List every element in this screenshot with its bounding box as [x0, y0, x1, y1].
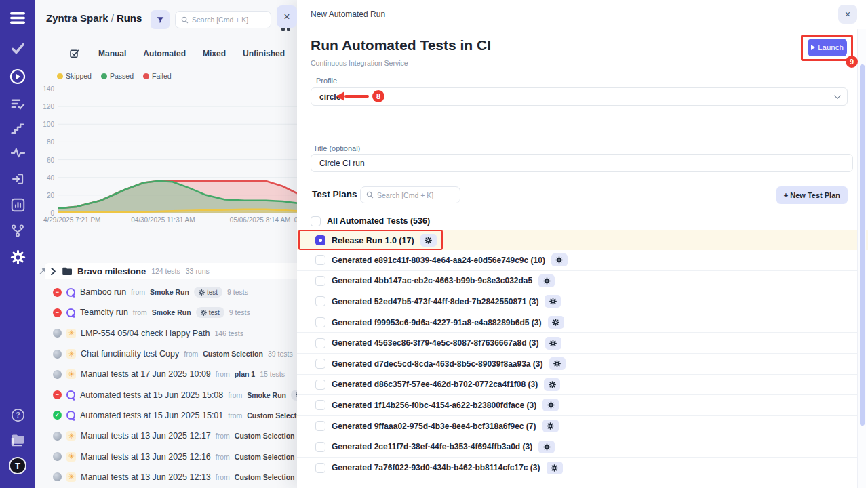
- plan-settings-button[interactable]: [551, 253, 568, 266]
- runs-search-input[interactable]: [192, 16, 265, 24]
- gear-icon[interactable]: [0, 249, 35, 265]
- scrollbar-thumb[interactable]: [860, 64, 865, 426]
- run-title[interactable]: LMP-554 05/04 check Happy Path: [81, 329, 210, 338]
- run-row[interactable]: ✳Manual tests at 13 Jun 2025 12:16fromCu…: [35, 446, 297, 466]
- checkbox[interactable]: [315, 442, 326, 452]
- sign-in-icon[interactable]: [0, 172, 35, 186]
- plan-settings-button[interactable]: [549, 357, 566, 370]
- checkbox[interactable]: [315, 338, 326, 348]
- test-plan-row[interactable]: Generated 9ffaaa02-975d-4b3e-8ee4-bcf318…: [297, 416, 859, 437]
- checkbox[interactable]: [315, 421, 326, 431]
- select-all-icon[interactable]: [69, 48, 80, 59]
- run-title[interactable]: Automated tests at 15 Jun 2025 15:08: [80, 390, 223, 400]
- run-source[interactable]: Smoke Run: [152, 308, 191, 317]
- plan-settings-button[interactable]: [542, 399, 559, 411]
- menu-icon[interactable]: [0, 12, 35, 24]
- test-plan-row[interactable]: Generated 4563ec86-3f79-4e5c-8087-8f7636…: [297, 333, 859, 354]
- plan-settings-button[interactable]: [548, 316, 564, 329]
- test-plan-row[interactable]: Generated d86c357f-57ee-462d-b702-0772ca…: [297, 375, 859, 396]
- run-title[interactable]: Teamcity run: [80, 308, 128, 317]
- checkbox[interactable]: [315, 276, 326, 286]
- run-row[interactable]: ✳Manual tests at 13 Jun 2025 12:13fromCu…: [35, 467, 297, 487]
- checkbox[interactable]: [315, 296, 326, 306]
- branch-icon[interactable]: [0, 224, 35, 238]
- plan-settings-button[interactable]: [420, 234, 437, 247]
- tab-automated[interactable]: Automated: [143, 49, 186, 58]
- run-title[interactable]: Manual tests at 13 Jun 2025 12:17: [81, 431, 211, 441]
- checkbox-checked[interactable]: [315, 235, 326, 245]
- checkbox[interactable]: [315, 359, 326, 369]
- run-row[interactable]: ✳Chat functinality test CopyfromCustom S…: [35, 344, 297, 364]
- tab-unfinished[interactable]: Unfinished: [243, 49, 285, 58]
- checkbox[interactable]: [315, 380, 326, 390]
- run-title[interactable]: Manual tests at 13 Jun 2025 12:16: [81, 452, 211, 462]
- test-plans-search-input[interactable]: [377, 191, 454, 199]
- checkbox[interactable]: [315, 317, 326, 327]
- check-icon[interactable]: [0, 43, 35, 54]
- test-plan-row[interactable]: Generated d7dec5cd-8cda-463d-8b5c-89039f…: [297, 354, 859, 375]
- checkbox[interactable]: [315, 463, 326, 473]
- run-title[interactable]: Manual tests at 17 Jun 2025 10:09: [81, 369, 211, 379]
- tab-manual[interactable]: Manual: [98, 49, 126, 58]
- plan-settings-button[interactable]: [544, 378, 560, 391]
- test-plan-row[interactable]: Generated 4bb147ac-eb2c-4663-b99b-9c8e3c…: [297, 271, 859, 292]
- plan-settings-button[interactable]: [538, 441, 555, 453]
- run-row[interactable]: −Teamcity runfromSmoke Runtest9 tests: [35, 302, 297, 323]
- plan-settings-button[interactable]: [545, 295, 561, 308]
- scrollbar-track[interactable]: [857, 29, 866, 488]
- new-test-plan-button[interactable]: + New Test Plan: [776, 186, 848, 204]
- drawer-close-button[interactable]: ×: [277, 5, 297, 28]
- run-title[interactable]: Automated tests at 15 Jun 2025 15:01: [80, 411, 223, 420]
- test-plan-row[interactable]: Generated 7a76f022-93d0-434b-b462-bb8114…: [297, 458, 859, 479]
- plan-settings-button[interactable]: [542, 420, 559, 432]
- test-plan-row[interactable]: Generated 1f14b256-f0bc-4154-a622-b23800…: [297, 395, 859, 416]
- filter-button[interactable]: [151, 10, 170, 29]
- run-source[interactable]: Smoke Run: [150, 288, 189, 296]
- run-source[interactable]: Custom Selection: [235, 473, 295, 481]
- tab-mixed[interactable]: Mixed: [203, 49, 226, 58]
- chevron-right-icon[interactable]: [50, 268, 56, 275]
- profile-select[interactable]: circle: [311, 87, 848, 106]
- folders-icon[interactable]: [0, 434, 35, 447]
- test-plan-row[interactable]: Generated 52ed47b5-473f-44ff-8ded-7b2842…: [297, 291, 859, 312]
- run-source[interactable]: Smoke Run: [247, 391, 286, 399]
- steps-icon[interactable]: [0, 123, 35, 134]
- plan-settings-button[interactable]: [538, 274, 555, 287]
- launch-button[interactable]: Launch: [808, 39, 847, 56]
- run-row[interactable]: ✳Manual tests at 13 Jun 2025 12:17fromCu…: [35, 426, 297, 446]
- test-plans-search[interactable]: [360, 186, 460, 203]
- run-source[interactable]: plan 1: [235, 370, 255, 378]
- run-row[interactable]: ✳LMP-554 05/04 check Happy Path146 tests: [35, 323, 297, 344]
- milestone-row[interactable]: Bravo milestone 124 tests 33 runs: [45, 263, 297, 279]
- runs-search[interactable]: [175, 11, 271, 28]
- plan-settings-button[interactable]: [547, 462, 563, 474]
- run-title[interactable]: Bamboo run: [80, 287, 126, 297]
- checkbox[interactable]: [315, 400, 326, 410]
- run-source[interactable]: Custom Selection: [203, 350, 263, 358]
- run-title[interactable]: Manual tests at 13 Jun 2025 12:13: [81, 472, 211, 482]
- title-field[interactable]: Circle CI run: [311, 154, 853, 172]
- all-automated-tests-row[interactable]: All Automated Tests (536): [311, 211, 430, 230]
- close-icon[interactable]: ×: [838, 5, 857, 24]
- breadcrumb-project[interactable]: Zyntra Spark: [46, 12, 108, 24]
- checkbox[interactable]: [311, 216, 321, 226]
- list-check-icon[interactable]: [0, 98, 35, 110]
- run-source[interactable]: Custom Selection: [235, 432, 295, 440]
- run-row[interactable]: ✳Manual tests at 17 Jun 2025 10:09frompl…: [35, 364, 297, 384]
- selected-test-plan-row[interactable]: Release Run 1.0 (17): [297, 230, 868, 250]
- run-row[interactable]: ✓Automated tests at 15 Jun 2025 15:01fro…: [35, 405, 297, 426]
- avatar[interactable]: T: [0, 457, 35, 474]
- run-source[interactable]: Custom Selection: [235, 453, 295, 461]
- checkbox[interactable]: [315, 255, 326, 265]
- pulse-icon[interactable]: [0, 147, 35, 158]
- run-row[interactable]: −Automated tests at 15 Jun 2025 15:08fro…: [35, 384, 297, 405]
- plan-settings-button[interactable]: [545, 337, 561, 350]
- run-source[interactable]: Custom Selection: [247, 411, 297, 420]
- run-title[interactable]: Chat functinality test Copy: [81, 349, 179, 359]
- play-circle-icon[interactable]: [0, 68, 35, 85]
- test-plan-row[interactable]: Generated f99953c6-9d6a-4227-91a8-e4a882…: [297, 312, 859, 333]
- bar-chart-icon[interactable]: [0, 198, 35, 212]
- test-plan-row[interactable]: Generated 2ce11f7d-38ef-44fe-b353-4f694f…: [297, 436, 859, 458]
- run-row[interactable]: −Bamboo runfromSmoke Runtest9 tests: [35, 282, 297, 302]
- test-plan-row[interactable]: Generated e891c41f-8039-4e64-aa24-e0d56e…: [297, 250, 859, 271]
